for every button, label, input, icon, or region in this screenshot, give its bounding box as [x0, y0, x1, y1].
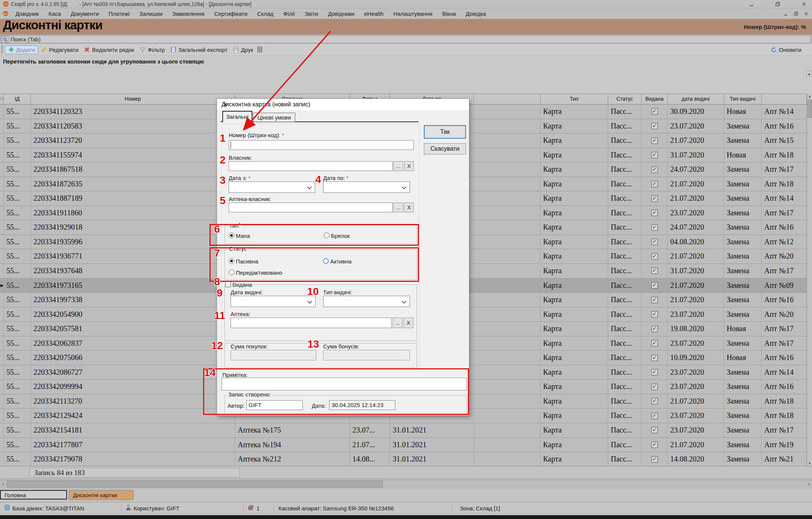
cell-1[interactable]: 55... [4, 394, 31, 409]
number-input[interactable] [229, 140, 414, 150]
cell-10[interactable]: 23.07.2020 [668, 365, 724, 380]
cell-1[interactable]: 55... [4, 322, 31, 336]
cell-4[interactable]: 23.07... [350, 423, 390, 437]
menu-item-4[interactable]: Залишки [135, 11, 168, 17]
cell-1[interactable]: 55... [4, 380, 31, 394]
cell-11[interactable]: Замена [724, 307, 762, 322]
cell-2[interactable]: 2203341936771 [31, 249, 235, 263]
cell-1[interactable]: 55... [4, 206, 31, 220]
cell-1[interactable]: 55... [4, 409, 31, 423]
edit-button[interactable]: Редагувати [38, 46, 81, 54]
menu-item-8[interactable]: Філії [278, 11, 300, 17]
cell-11[interactable]: Замена [724, 423, 762, 437]
cell-1[interactable]: 55... [4, 336, 31, 351]
cell-11[interactable]: Замена [724, 191, 762, 206]
cell-6[interactable] [474, 380, 540, 394]
cell-8[interactable]: Пасс... [608, 264, 642, 278]
cell-3[interactable]: Аптека №175 [235, 423, 350, 437]
cell-12[interactable]: Апт №17 [762, 322, 807, 336]
cell-6[interactable] [474, 249, 540, 263]
cell-8[interactable]: Пасс... [608, 133, 642, 148]
cell-2[interactable]: 2203341155974 [31, 148, 235, 162]
cell-12[interactable]: Апт №17 [762, 206, 807, 220]
menu-item-6[interactable]: Сертифікати [209, 11, 252, 17]
cell-12[interactable]: Апт №16 [762, 220, 807, 235]
cell-7[interactable]: Карта [540, 249, 608, 263]
cell-6[interactable] [474, 264, 540, 278]
cell-1[interactable]: 55... [4, 249, 31, 263]
cell-11[interactable]: Замена [724, 394, 762, 409]
cell-10[interactable]: 21.07.2020 [668, 177, 724, 191]
cell-8[interactable]: Пасс... [608, 148, 642, 162]
cell-issued[interactable]: ✓ [642, 351, 668, 365]
cell-7[interactable]: Карта [540, 409, 608, 423]
cell-12[interactable]: Апт №14 [762, 191, 807, 206]
cell-2[interactable]: 2203342054900 [31, 307, 235, 322]
cell-7[interactable]: Карта [540, 307, 608, 322]
cell-issued[interactable]: ✓ [642, 133, 668, 148]
menu-item-0[interactable]: Довідник [11, 11, 44, 17]
cell-1[interactable]: 55... [4, 264, 31, 278]
cell-10[interactable]: 23.07.2020 [668, 336, 724, 351]
cell-8[interactable]: Пасс... [608, 249, 642, 263]
cell-6[interactable] [474, 235, 540, 249]
cell-issued[interactable]: ✓ [642, 162, 668, 177]
vscroll-up-icon[interactable]: ▲ [806, 71, 812, 77]
table-row[interactable]: 55...2203342154181Аптека №17523.07...31.… [0, 423, 807, 438]
cell-12[interactable]: Апт №16 [762, 119, 807, 133]
cell-issued[interactable]: ✓ [642, 119, 668, 133]
cell-8[interactable]: Пасс... [608, 162, 642, 177]
cell-2[interactable]: 2203342062837 [31, 336, 235, 351]
cell-issued[interactable]: ✓ [642, 409, 668, 423]
cell-8[interactable]: Пасс... [608, 119, 642, 133]
cell-4[interactable]: 14.08... [350, 452, 390, 466]
cell-11[interactable]: Замена [724, 380, 762, 394]
cell-6[interactable] [474, 162, 540, 177]
dialog-title-bar[interactable]: Дисконтна картка (новий запис) ✕ [217, 99, 469, 110]
cell-2[interactable]: 2203342075066 [31, 351, 235, 365]
pharmacy-owner-input[interactable] [229, 203, 393, 212]
menu-item-3[interactable]: Платежі [104, 11, 135, 17]
menu-item-12[interactable]: Налаштування [389, 11, 437, 17]
cell-8[interactable]: Пасс... [608, 394, 642, 409]
cell-12[interactable]: Апт №18 [762, 394, 807, 409]
cell-11[interactable]: Замена [724, 293, 762, 307]
owner-clear-button[interactable]: X [404, 161, 414, 171]
cell-11[interactable]: Замена [724, 264, 762, 278]
cell-10[interactable]: 04.08.2020 [668, 235, 724, 249]
cell-12[interactable]: Апт №12 [762, 235, 807, 249]
issue-date-combo[interactable] [231, 296, 316, 307]
cell-8[interactable]: Пасс... [608, 351, 642, 365]
cell-6[interactable] [474, 191, 540, 206]
purchases-input[interactable] [231, 350, 316, 360]
cell-1[interactable]: 55... [4, 104, 31, 119]
cell-2[interactable]: 2203342179078 [31, 452, 235, 466]
cell-7[interactable]: Карта [540, 235, 608, 249]
cell-8[interactable]: Пасс... [608, 365, 642, 380]
cell-issued[interactable]: ✓ [642, 220, 668, 235]
column-header-Статус[interactable]: Статус [608, 94, 642, 104]
cell-11[interactable]: Замена [724, 409, 762, 423]
cell-10[interactable]: 21.07.2020 [668, 191, 724, 206]
cell-8[interactable]: Пасс... [608, 423, 642, 437]
cell-issued[interactable]: ✓ [642, 438, 668, 452]
cell-10[interactable]: 21.07.2020 [668, 278, 724, 293]
window-tab-0[interactable]: Головна [0, 490, 67, 499]
cell-issued[interactable]: ✓ [642, 394, 668, 409]
minimize-icon[interactable] [749, 2, 754, 7]
cell-11[interactable]: Замена [724, 249, 762, 263]
cell-12[interactable]: Апт №17 [762, 423, 807, 437]
cell-issued[interactable]: ✓ [642, 278, 668, 293]
cell-issued[interactable]: ✓ [642, 307, 668, 322]
cell-10[interactable]: 10.09.2020 [668, 351, 724, 365]
cell-7[interactable]: Карта [540, 394, 608, 409]
cell-7[interactable]: Карта [540, 278, 608, 293]
cell-11[interactable]: Новая [724, 322, 762, 336]
table-row[interactable]: 55...2203342179078Аптека №21214.08...31.… [0, 452, 807, 466]
cell-10[interactable]: 23.07.2020 [668, 409, 724, 423]
cell-7[interactable]: Карта [540, 104, 608, 119]
column-header-blank-6[interactable] [474, 94, 540, 104]
cell-6[interactable] [474, 104, 540, 119]
cell-1[interactable]: 55... [4, 438, 31, 452]
cell-12[interactable]: Апт №14 [762, 104, 807, 119]
